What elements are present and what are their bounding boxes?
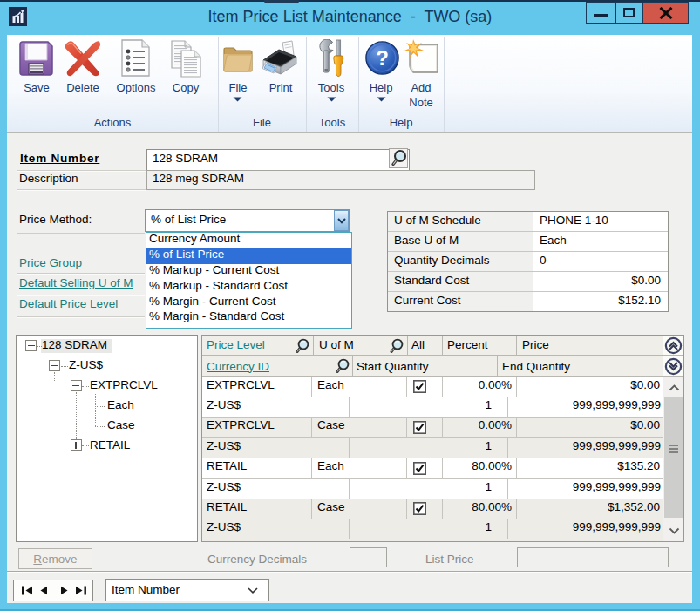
svg-text:?: ?: [376, 46, 389, 70]
